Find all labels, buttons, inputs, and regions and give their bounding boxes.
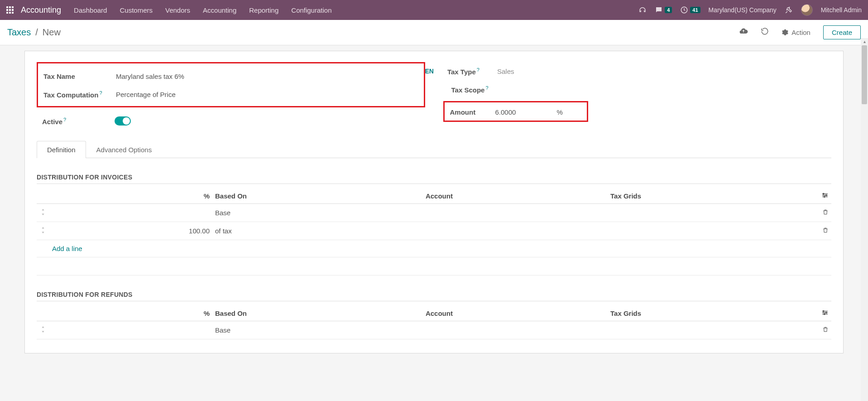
svg-point-3 xyxy=(824,196,825,198)
messages-icon[interactable]: 4 xyxy=(655,6,672,14)
vertical-scrollbar[interactable]: ▴ xyxy=(861,45,868,353)
table-row[interactable]: 100.00 of tax xyxy=(37,222,831,240)
tab-bar: Definition Advanced Options xyxy=(37,141,831,158)
drag-handle-icon[interactable] xyxy=(37,321,49,339)
tax-type-label: Tax Type? xyxy=(447,67,497,76)
tax-name-label: Tax Name xyxy=(43,72,116,80)
debug-icon[interactable] xyxy=(785,6,793,14)
row-pct[interactable] xyxy=(49,321,212,339)
tab-definition[interactable]: Definition xyxy=(37,141,86,158)
row-pct[interactable]: 100.00 xyxy=(49,222,212,240)
help-icon[interactable]: ? xyxy=(63,117,66,122)
amount-unit: % xyxy=(556,108,562,116)
delete-row-icon[interactable] xyxy=(813,321,831,339)
scroll-thumb[interactable] xyxy=(862,45,867,104)
svg-point-6 xyxy=(824,314,825,315)
col-options-icon[interactable] xyxy=(813,188,831,204)
breadcrumb-current: New xyxy=(43,27,61,38)
breadcrumb-parent[interactable]: Taxes xyxy=(7,27,31,38)
menu-customers[interactable]: Customers xyxy=(120,6,153,14)
row-account[interactable] xyxy=(423,204,608,222)
main-menu: Dashboard Customers Vendors Accounting R… xyxy=(74,6,331,14)
col-percent: % xyxy=(49,306,212,321)
svg-point-2 xyxy=(825,195,827,196)
col-tax-grids: Tax Grids xyxy=(608,306,813,321)
col-tax-grids: Tax Grids xyxy=(608,188,813,204)
create-button[interactable]: Create xyxy=(823,25,861,39)
svg-point-1 xyxy=(823,193,824,194)
scroll-up-icon[interactable]: ▴ xyxy=(861,38,868,45)
amount-label: Amount xyxy=(450,108,495,116)
row-tax-grids[interactable] xyxy=(608,222,813,240)
discard-icon[interactable] xyxy=(761,27,769,38)
menu-configuration[interactable]: Configuration xyxy=(291,6,331,14)
menu-dashboard[interactable]: Dashboard xyxy=(74,6,107,14)
col-based-on: Based On xyxy=(212,188,423,204)
action-label: Action xyxy=(791,29,810,36)
delete-row-icon[interactable] xyxy=(813,222,831,240)
row-account[interactable] xyxy=(423,222,608,240)
action-dropdown[interactable]: Action xyxy=(782,29,810,36)
activities-icon[interactable]: 41 xyxy=(680,6,700,14)
app-brand[interactable]: Accounting xyxy=(21,5,61,15)
tax-computation-label: Tax Computation? xyxy=(43,90,116,99)
apps-icon[interactable] xyxy=(6,6,14,14)
delete-row-icon[interactable] xyxy=(813,204,831,222)
table-row[interactable]: Base xyxy=(37,204,831,222)
tax-scope-label: Tax Scope? xyxy=(451,85,501,94)
menu-accounting[interactable]: Accounting xyxy=(203,6,236,14)
col-account: Account xyxy=(423,188,608,204)
support-icon[interactable] xyxy=(638,6,647,14)
row-based-on[interactable]: Base xyxy=(212,321,423,339)
active-toggle[interactable] xyxy=(115,116,131,126)
highlight-name-computation: Tax Name Maryland sales tax 6% Tax Compu… xyxy=(37,62,425,107)
action-bar: Taxes / New Action Create xyxy=(0,20,868,45)
tax-type-value[interactable]: Sales xyxy=(497,68,514,75)
amount-value[interactable]: 6.0000 xyxy=(495,108,516,116)
menu-vendors[interactable]: Vendors xyxy=(165,6,190,14)
distribution-invoices-table: % Based On Account Tax Grids Base xyxy=(37,188,831,275)
help-icon[interactable]: ? xyxy=(99,90,102,96)
tab-advanced-options[interactable]: Advanced Options xyxy=(86,141,163,158)
menu-reporting[interactable]: Reporting xyxy=(249,6,278,14)
col-based-on: Based On xyxy=(212,306,423,321)
help-icon[interactable]: ? xyxy=(485,85,488,91)
col-percent: % xyxy=(49,188,212,204)
tax-computation-value[interactable]: Percentage of Price xyxy=(116,91,176,98)
active-label: Active? xyxy=(42,117,115,126)
help-icon[interactable]: ? xyxy=(477,67,480,72)
tax-name-value[interactable]: Maryland sales tax 6% xyxy=(116,72,184,80)
col-options-icon[interactable] xyxy=(813,306,831,321)
highlight-amount: Amount 6.0000 % xyxy=(443,101,588,122)
company-switcher[interactable]: Maryland(US) Company xyxy=(709,6,777,14)
breadcrumb: Taxes / New xyxy=(7,27,61,38)
row-based-on[interactable]: Base xyxy=(212,204,423,222)
svg-point-4 xyxy=(823,310,824,312)
drag-handle-icon[interactable] xyxy=(37,204,49,222)
top-navbar: Accounting Dashboard Customers Vendors A… xyxy=(0,0,868,20)
svg-point-5 xyxy=(825,312,827,314)
user-avatar-icon[interactable] xyxy=(801,4,813,16)
section-distribution-refunds: Distribution for Refunds xyxy=(37,291,831,301)
row-tax-grids[interactable] xyxy=(608,204,813,222)
add-line-link[interactable]: Add a line xyxy=(37,240,831,257)
drag-handle-icon[interactable] xyxy=(37,222,49,240)
col-account: Account xyxy=(423,306,608,321)
table-row[interactable]: Base xyxy=(37,321,831,339)
breadcrumb-separator: / xyxy=(35,27,38,38)
distribution-refunds-table: % Based On Account Tax Grids Base xyxy=(37,306,831,339)
row-tax-grids[interactable] xyxy=(608,321,813,339)
activities-badge: 41 xyxy=(690,7,700,13)
row-account[interactable] xyxy=(423,321,608,339)
cloud-save-icon[interactable] xyxy=(739,27,748,38)
form-sheet: Tax Name Maryland sales tax 6% Tax Compu… xyxy=(24,51,844,353)
section-distribution-invoices: Distribution for Invoices xyxy=(37,174,831,184)
row-based-on[interactable]: of tax xyxy=(212,222,423,240)
lang-indicator[interactable]: EN xyxy=(425,68,434,75)
user-name[interactable]: Mitchell Admin xyxy=(821,6,862,14)
row-pct[interactable] xyxy=(49,204,212,222)
messages-badge: 4 xyxy=(665,7,672,13)
